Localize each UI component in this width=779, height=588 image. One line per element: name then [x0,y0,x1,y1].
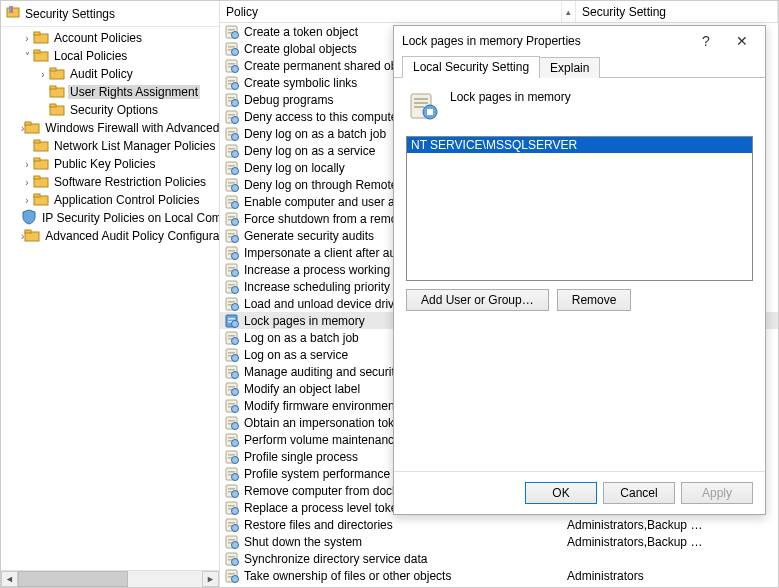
svg-rect-86 [228,284,235,286]
policy-item-icon [224,551,240,567]
svg-rect-160 [414,106,424,108]
svg-point-140 [232,507,239,514]
tree-item[interactable]: Network List Manager Policies [1,137,219,155]
policy-item-icon [224,24,240,40]
policy-item-icon [224,177,240,193]
list-row[interactable]: Synchronize directory service data [220,550,778,567]
horizontal-scrollbar[interactable]: ◄ ► [1,570,219,587]
member-item[interactable]: NT SERVICE\MSSQLSERVER [407,137,752,153]
tree-item-label: Account Policies [52,31,144,45]
ok-button[interactable]: OK [525,482,597,504]
column-header-policy[interactable]: Policy [220,1,562,22]
svg-point-56 [232,150,239,157]
tree-item[interactable]: User Rights Assignment [1,83,219,101]
apply-button[interactable]: Apply [681,482,753,504]
list-header: Policy ▴ Security Setting [220,1,778,23]
collapse-icon[interactable]: ˅ [21,51,33,62]
scroll-right-button[interactable]: ► [202,571,219,587]
svg-rect-134 [228,488,235,490]
policy-item-icon [224,194,240,210]
policy-name-cell: Restore files and directories [244,518,567,532]
policy-item-icon [224,279,240,295]
folder-icon [24,119,40,137]
list-row[interactable]: Shut down the systemAdministrators,Backu… [220,533,778,550]
policy-item-icon [224,160,240,176]
folder-icon [33,155,49,173]
svg-rect-62 [228,182,235,184]
policy-name-cell: Shut down the system [244,535,567,549]
svg-rect-46 [228,114,235,116]
expand-icon[interactable]: › [21,195,33,206]
sort-indicator-icon[interactable]: ▴ [562,1,576,22]
svg-point-60 [232,167,239,174]
remove-button[interactable]: Remove [557,289,632,311]
svg-point-88 [232,286,239,293]
expand-icon[interactable]: › [21,33,33,44]
scroll-track[interactable] [18,571,202,587]
tree-item[interactable]: ›Application Control Policies [1,191,219,209]
tree-item[interactable]: ›Audit Policy [1,65,219,83]
folder-icon [33,29,49,47]
policy-item-icon [224,58,240,74]
tree-item[interactable]: ›Advanced Audit Policy Configuration [1,227,219,245]
folder-icon [33,191,49,209]
tree-item[interactable]: ›Account Policies [1,29,219,47]
policy-item-icon [224,415,240,431]
svg-rect-106 [228,369,235,371]
column-header-setting[interactable]: Security Setting [576,1,778,22]
policy-list-pane: Policy ▴ Security Setting Create a token… [220,1,778,587]
security-setting-cell: Administrators,Backup … [567,535,778,549]
cancel-button[interactable]: Cancel [603,482,675,504]
policy-item-icon [224,517,240,533]
policy-header-row: Lock pages in memory [406,86,753,136]
policy-item-icon [224,534,240,550]
scroll-thumb[interactable] [18,571,128,587]
svg-rect-2 [11,6,13,13]
tree-item[interactable]: Security Options [1,101,219,119]
svg-point-52 [232,133,239,140]
add-user-or-group-button[interactable]: Add User or Group… [406,289,549,311]
tab-local-security-setting[interactable]: Local Security Setting [402,56,540,78]
list-row[interactable]: Restore files and directoriesAdministrat… [220,516,778,533]
svg-rect-30 [228,46,235,48]
svg-point-144 [232,524,239,531]
svg-point-40 [232,82,239,89]
tree-body[interactable]: ›Account Policies˅Local Policies›Audit P… [1,27,219,570]
tab-explain[interactable]: Explain [539,57,600,78]
tree-item[interactable]: ›Windows Firewall with Advanced Secu [1,119,219,137]
properties-dialog: Lock pages in memory Properties ? ✕ Loca… [393,25,766,515]
help-button[interactable]: ? [691,33,721,49]
policy-name-cell: Synchronize directory service data [244,552,567,566]
svg-rect-24 [25,230,31,233]
policy-item-icon [224,296,240,312]
dialog-titlebar[interactable]: Lock pages in memory Properties ? ✕ [394,26,765,56]
list-row[interactable]: Take ownership of files or other objects… [220,567,778,584]
policy-item-icon [224,245,240,261]
expand-icon[interactable]: › [37,69,49,80]
expand-icon[interactable]: › [21,177,33,188]
svg-rect-146 [228,539,235,541]
svg-rect-102 [228,352,235,354]
tree-item[interactable]: ˅Local Policies [1,47,219,65]
svg-rect-38 [228,80,235,82]
svg-rect-142 [228,522,235,524]
svg-rect-78 [228,250,235,252]
scroll-left-button[interactable]: ◄ [1,571,18,587]
close-button[interactable]: ✕ [727,33,757,49]
policy-item-icon [224,483,240,499]
tree-item-label: Network List Manager Policies [52,139,217,153]
svg-rect-18 [34,158,40,161]
tree-item[interactable]: ›Public Key Policies [1,155,219,173]
svg-point-44 [232,99,239,106]
svg-rect-58 [228,165,235,167]
svg-point-132 [232,473,239,480]
expand-icon[interactable]: › [21,159,33,170]
tree-item-label: Software Restriction Policies [52,175,208,189]
tree-item[interactable]: ›Software Restriction Policies [1,173,219,191]
svg-rect-4 [34,32,40,35]
svg-rect-12 [50,104,56,107]
svg-point-156 [232,575,239,582]
tree-item[interactable]: IP Security Policies on Local Compute [1,209,219,227]
svg-point-92 [232,303,239,310]
members-listbox[interactable]: NT SERVICE\MSSQLSERVER [406,136,753,281]
